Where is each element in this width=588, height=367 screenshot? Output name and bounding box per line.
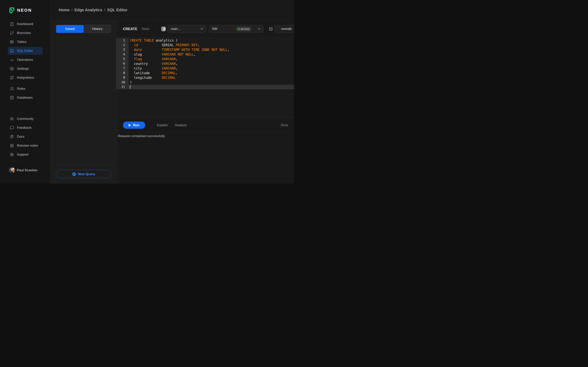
new-query-button[interactable]: New Query <box>56 170 112 178</box>
sidebar-item-integrations[interactable]: Integrations <box>8 74 43 82</box>
breadcrumb: Home/Edge Analytics/SQL Editor <box>59 8 127 12</box>
sidebar-item-sql-editor[interactable]: SQL Editor <box>8 47 43 55</box>
sidebar-item-operations[interactable]: Operations <box>8 56 43 64</box>
line-number: 11 <box>116 85 129 89</box>
code-lines: 1CREATE TABLE analytics (2 id SERIAL PRI… <box>116 38 294 89</box>
code-line: 2 id SERIAL PRIMARY KEY, <box>116 43 294 47</box>
saved-history-toggle: Saved History <box>56 25 111 33</box>
sidebar-item-support[interactable]: Support <box>8 151 43 158</box>
sidebar-item-branches[interactable]: Branches <box>8 29 43 37</box>
sidebar-item-community[interactable]: Community <box>8 115 43 123</box>
content-area: Saved History New Query <box>51 20 294 184</box>
code-line: 5 flag VARCHAR, <box>116 57 294 61</box>
code-line-content: id SERIAL PRIMARY KEY, <box>129 43 294 47</box>
code-line-content <box>129 85 294 89</box>
tables-icon <box>10 40 14 44</box>
line-number: 10 <box>116 80 129 85</box>
settings-icon <box>10 67 14 71</box>
avatar <box>9 167 15 173</box>
support-icon <box>10 152 14 157</box>
code-line-content: slug VARCHAR NOT NULL, <box>129 52 294 57</box>
code-line: 9 longitude DECIMAL <box>116 75 294 80</box>
sidebar-item-roles[interactable]: Roles <box>8 85 43 93</box>
analyze-button[interactable]: Analyze <box>175 123 186 127</box>
sidebar-item-label: Roles <box>17 87 25 91</box>
code-line-content: longitude DECIMAL <box>129 75 294 80</box>
integrations-icon <box>10 75 14 80</box>
play-icon <box>129 124 131 127</box>
breadcrumb-separator: / <box>104 8 105 12</box>
code-line-content: flag VARCHAR, <box>129 57 294 61</box>
neon-console-window: NEON DashboardBranchesTablesSQL EditorOp… <box>0 0 294 184</box>
sidebar-item-release-notes[interactable]: Release notes <box>8 142 43 150</box>
line-number: 8 <box>116 71 129 75</box>
sidebar-item-label: Operations <box>17 58 33 62</box>
sidebar-item-label: Release notes <box>17 144 38 148</box>
main-area: Home/Edge Analytics/SQL Editor Saved His… <box>51 0 294 184</box>
roles-icon <box>10 87 14 91</box>
sidebar-item-label: Dashboard <box>17 22 33 26</box>
sql-editor-icon <box>10 49 14 53</box>
databases-icon <box>10 96 14 100</box>
run-button[interactable]: Run <box>123 122 145 129</box>
line-number: 5 <box>116 57 129 61</box>
sidebar-item-label: Feedback <box>17 126 32 130</box>
sidebar-item-label: Community <box>17 117 34 121</box>
sidebar-item-label: Integrations <box>17 76 34 80</box>
sidebar-item-label: Databases <box>17 96 33 100</box>
docs-icon <box>10 134 14 139</box>
breadcrumb-item-home[interactable]: Home <box>59 8 69 12</box>
line-number: 2 <box>116 43 129 47</box>
queries-panel: Saved History New Query <box>51 20 116 184</box>
code-line: 11 <box>116 85 294 89</box>
sidebar-nav: DashboardBranchesTablesSQL EditorOperati… <box>0 20 50 163</box>
toolbar-divider <box>155 20 156 37</box>
database-select-value: neondb <box>281 27 292 31</box>
save-button[interactable]: Save <box>141 27 151 31</box>
operations-icon <box>10 58 14 62</box>
branch-select-value: main... <box>171 27 180 31</box>
sidebar-item-feedback[interactable]: Feedback <box>8 124 43 132</box>
sidebar-spacer <box>0 103 50 115</box>
code-line: 8 latitude DECIMAL, <box>116 71 294 75</box>
code-line: 6 country VARCHAR, <box>116 61 294 66</box>
compute-endpoint-select[interactable]: RW ACTIVE <box>209 25 263 33</box>
code-editor[interactable]: 1CREATE TABLE analytics (2 id SERIAL PRI… <box>116 38 294 118</box>
user-name: Paul Scanlon <box>17 168 37 172</box>
sidebar-item-databases[interactable]: Databases <box>8 94 43 101</box>
feedback-icon <box>10 126 14 130</box>
branch-select[interactable]: main... <box>168 25 206 33</box>
code-line-content: country VARCHAR, <box>129 61 294 66</box>
queries-toolbar: Saved History <box>51 20 116 38</box>
sidebar-item-label: Tables <box>17 40 26 44</box>
tab-history[interactable]: History <box>84 25 111 33</box>
code-line: 3 date TIMESTAMP WITH TIME ZONE NOT NULL… <box>116 47 294 52</box>
sidebar-item-tables[interactable]: Tables <box>8 38 43 46</box>
branch-icon-button[interactable] <box>161 27 166 31</box>
explain-button[interactable]: Explain <box>157 123 168 127</box>
sidebar-item-label: Support <box>17 153 29 157</box>
sidebar-divider <box>10 161 21 161</box>
branches-icon <box>10 31 14 35</box>
run-toolbar: Run Explain Analyze 31ms <box>116 118 294 133</box>
text-cursor <box>130 85 130 89</box>
sidebar-item-dashboard[interactable]: Dashboard <box>8 20 43 28</box>
brand-logo[interactable]: NEON <box>9 7 32 13</box>
code-line-content: latitude DECIMAL, <box>129 71 294 75</box>
tab-saved[interactable]: Saved <box>56 25 84 33</box>
database-select[interactable]: neondb <box>274 25 294 33</box>
sidebar-item-settings[interactable]: Settings <box>8 65 43 73</box>
breadcrumb-item-edge-analytics[interactable]: Edge Analytics <box>75 8 102 12</box>
query-title: CREATE <box>123 27 137 31</box>
code-line-content: date TIMESTAMP WITH TIME ZONE NOT NULL, <box>129 47 294 52</box>
breadcrumb-bar: Home/Edge Analytics/SQL Editor <box>51 0 294 20</box>
status-badge: ACTIVE <box>236 27 251 31</box>
dashboard-icon <box>10 22 14 26</box>
saved-queries-list <box>51 38 116 165</box>
sidebar-item-label: Branches <box>17 31 31 35</box>
user-menu[interactable]: Paul Scanlon <box>9 167 37 173</box>
plus-circle-icon <box>72 172 76 176</box>
code-line: 1CREATE TABLE analytics ( <box>116 38 294 43</box>
sidebar-item-docs[interactable]: Docs <box>8 133 43 141</box>
community-icon <box>10 117 14 121</box>
